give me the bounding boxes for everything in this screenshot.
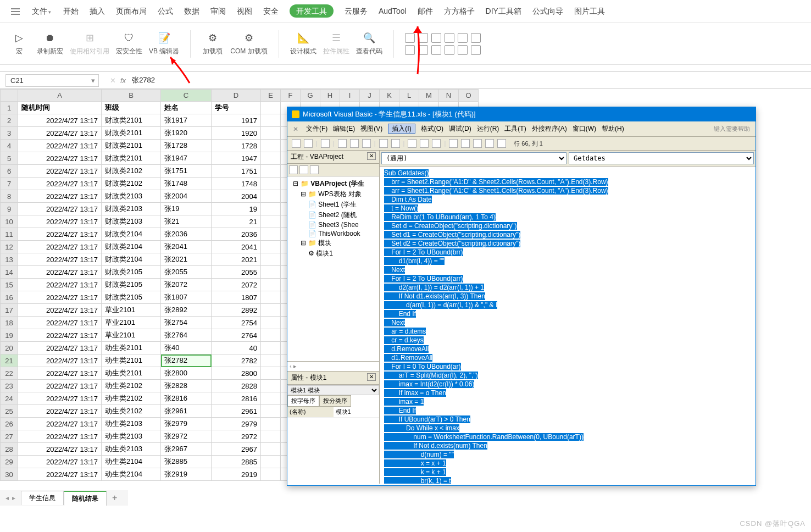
cell[interactable]: 2041: [212, 241, 261, 253]
cell[interactable]: 动生类2103: [102, 443, 161, 456]
cell[interactable]: 张19: [161, 203, 212, 215]
menu-tab-14[interactable]: 公式向导: [532, 7, 563, 15]
control-props-button[interactable]: ☰控件属性: [323, 31, 349, 56]
menu-tab-11[interactable]: 邮件: [418, 7, 433, 15]
control-textbox-icon[interactable]: [418, 33, 428, 43]
menu-tab-3[interactable]: 公式: [158, 7, 173, 15]
cell[interactable]: 张1917: [161, 114, 212, 127]
menu-tab-5[interactable]: 审阅: [210, 7, 226, 15]
cell[interactable]: 2972: [212, 430, 261, 443]
cell[interactable]: 1947: [212, 152, 261, 165]
col-header-N[interactable]: N: [439, 90, 459, 102]
cell[interactable]: 张2828: [161, 380, 212, 392]
cell[interactable]: 张40: [161, 342, 212, 354]
row-header-24[interactable]: 24: [1, 392, 18, 405]
cell[interactable]: 2022/4/27 13:17: [18, 253, 102, 266]
cell[interactable]: 张1920: [161, 127, 212, 140]
cell[interactable]: 2961: [212, 405, 261, 418]
cell[interactable]: 财政类2104: [102, 228, 161, 241]
cell[interactable]: 2022/4/27 13:17: [18, 228, 102, 241]
cell[interactable]: 张2782: [161, 354, 212, 367]
row-header-9[interactable]: 9: [1, 203, 18, 215]
vba-menu-10[interactable]: 帮助(H): [602, 125, 624, 132]
cell[interactable]: 张2967: [161, 443, 212, 456]
cell[interactable]: 2022/4/27 13:17: [18, 291, 102, 304]
cell[interactable]: 40: [212, 342, 261, 354]
menu-tab-9[interactable]: 云服务: [345, 7, 368, 15]
row-header-11[interactable]: 11: [1, 228, 18, 241]
menu-file[interactable]: 文件▾: [32, 7, 51, 16]
vba-menu-8[interactable]: 外接程序(A): [532, 125, 567, 132]
vba-undo-icon[interactable]: [379, 139, 388, 148]
cell[interactable]: 1728: [212, 140, 261, 152]
code-editor[interactable]: Sub Getdates() brr = Sheet2.Range("A1:D"…: [380, 167, 756, 484]
props-tab-category[interactable]: 按分类序: [319, 395, 351, 407]
cell[interactable]: 2022/4/27 13:17: [18, 241, 102, 253]
cell[interactable]: 张21: [161, 215, 212, 228]
row-header-25[interactable]: 25: [1, 405, 18, 418]
header-cell[interactable]: 随机时间: [18, 102, 102, 114]
cell[interactable]: 2022/4/27 13:17: [18, 127, 102, 140]
cell[interactable]: 2022/4/27 13:17: [18, 140, 102, 152]
col-header-A[interactable]: A: [18, 90, 102, 102]
cell[interactable]: 草业2101: [102, 329, 161, 342]
cell[interactable]: 张2972: [161, 430, 212, 443]
prop-name-value[interactable]: 模块1: [334, 407, 380, 417]
cell[interactable]: 张1728: [161, 140, 212, 152]
tree-view-icon[interactable]: [289, 165, 298, 174]
control-toggle-icon[interactable]: [445, 45, 454, 55]
vba-menu-4[interactable]: 格式(O): [421, 125, 443, 132]
menu-tab-15[interactable]: 图片工具: [574, 7, 605, 15]
vba-menu-7[interactable]: 工具(T): [504, 125, 526, 132]
tab-nav[interactable]: ◂▸: [5, 494, 15, 502]
cell[interactable]: 2967: [212, 443, 261, 456]
row-header-22[interactable]: 22: [1, 367, 18, 380]
cell[interactable]: 2022/4/27 13:17: [18, 215, 102, 228]
cell[interactable]: 张2979: [161, 418, 212, 430]
cell[interactable]: 2022/4/27 13:17: [18, 203, 102, 215]
menu-tab-1[interactable]: 插入: [90, 7, 105, 15]
sheet-tab-1[interactable]: 随机结果: [64, 491, 107, 506]
row-header-15[interactable]: 15: [1, 279, 18, 291]
row-header-23[interactable]: 23: [1, 380, 18, 392]
vba-props-icon[interactable]: [473, 139, 482, 148]
vba-menu-3[interactable]: 插入(I): [388, 124, 415, 134]
cancel-icon[interactable]: ✕: [110, 76, 116, 85]
vba-browser-icon[interactable]: [485, 139, 494, 148]
cell[interactable]: 2022/4/27 13:17: [18, 468, 102, 481]
vba-toolbox-icon[interactable]: [497, 139, 506, 148]
cell[interactable]: 2800: [212, 367, 261, 380]
vba-menu-icon[interactable]: ✕: [293, 125, 298, 133]
col-header-I[interactable]: I: [340, 90, 360, 102]
cell[interactable]: 财政类2103: [102, 203, 161, 215]
cell[interactable]: 财政类2104: [102, 253, 161, 266]
cell[interactable]: 财政类2103: [102, 215, 161, 228]
add-sheet-button[interactable]: +: [107, 491, 123, 505]
control-spin-icon[interactable]: [418, 45, 428, 55]
cell[interactable]: 动生类2104: [102, 456, 161, 468]
cell[interactable]: 财政类2101: [102, 127, 161, 140]
cell[interactable]: 1917: [212, 114, 261, 127]
cell[interactable]: 张2885: [161, 456, 212, 468]
cell[interactable]: 2055: [212, 266, 261, 279]
control-more-icon[interactable]: [471, 45, 481, 55]
close-icon[interactable]: ✕: [367, 152, 376, 160]
cell[interactable]: 财政类2101: [102, 140, 161, 152]
view-code-button[interactable]: 🔍查看代码: [356, 31, 382, 56]
control-label-icon[interactable]: [458, 33, 468, 43]
props-tab-alpha[interactable]: 按字母序: [287, 395, 319, 407]
cell[interactable]: 财政类2101: [102, 152, 161, 165]
cell[interactable]: 1920: [212, 127, 261, 140]
cell[interactable]: 1807: [212, 291, 261, 304]
formula-input[interactable]: [130, 75, 806, 86]
cell[interactable]: 张2041: [161, 241, 212, 253]
cell[interactable]: 19: [212, 203, 261, 215]
vba-stop-icon[interactable]: [432, 139, 441, 148]
cell[interactable]: 2816: [212, 392, 261, 405]
cell[interactable]: 2022/4/27 13:17: [18, 392, 102, 405]
col-header-E[interactable]: E: [261, 90, 281, 102]
cell[interactable]: 2022/4/27 13:17: [18, 354, 102, 367]
menu-tab-4[interactable]: 数据: [184, 7, 199, 15]
cell[interactable]: 1748: [212, 178, 261, 190]
cell[interactable]: 张2072: [161, 279, 212, 291]
